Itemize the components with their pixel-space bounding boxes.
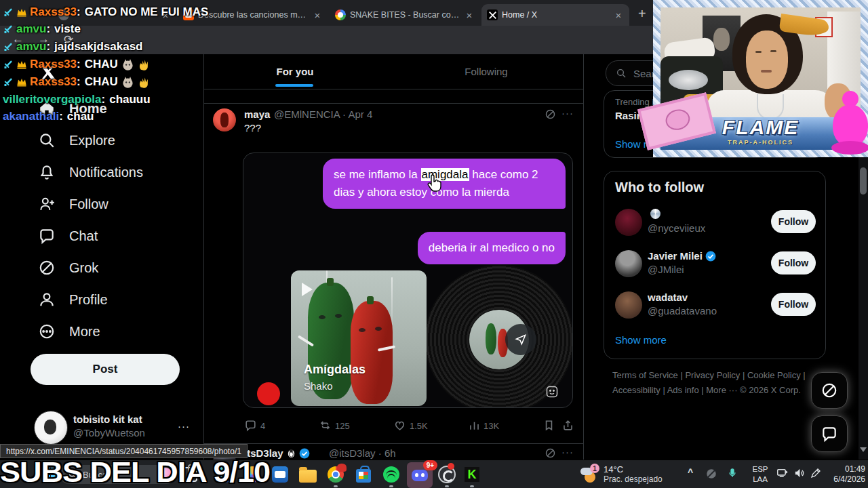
volume-icon[interactable]: [793, 467, 806, 479]
tab-close-icon[interactable]: ×: [312, 9, 323, 21]
chat-message: amvu jajdsakjdsakasd: [3, 40, 143, 54]
scrollbar-down-arrow[interactable]: [860, 447, 867, 452]
views-count: 13K: [484, 421, 499, 431]
grok-actions-icon[interactable]: [545, 447, 556, 459]
headlight: [669, 70, 708, 90]
penguin-emoji-icon: [286, 448, 296, 458]
mod-sword-icon: [3, 24, 14, 35]
cat-emote-icon: [121, 76, 134, 89]
grok-floating-button[interactable]: [811, 372, 848, 409]
taskbar-kick[interactable]: [462, 465, 481, 484]
avatar[interactable]: [213, 108, 236, 131]
suggested-user[interactable]: @nyceviieux Follow: [615, 207, 816, 238]
follow-button[interactable]: Follow: [771, 293, 816, 316]
tweet-author-meta[interactable]: @EMlNENCIA · Apr 4: [274, 108, 372, 120]
sidebar-item-notifications[interactable]: Notifications: [33, 159, 189, 186]
repost-icon[interactable]: [319, 419, 332, 432]
person-icon: [38, 291, 56, 308]
language-indicator[interactable]: ESP LAA: [749, 464, 772, 485]
sidebar-item-grok[interactable]: Grok: [33, 254, 189, 281]
tab-close-icon[interactable]: ×: [613, 9, 624, 21]
suggested-user[interactable]: wadatav @guadatavano Follow: [615, 289, 816, 321]
display-off-icon[interactable]: [705, 468, 717, 480]
suggested-user[interactable]: Javier Milei @JMilei Follow: [615, 248, 816, 279]
account-name: tobisito kit kat: [73, 413, 142, 425]
vip-crown-icon: [16, 59, 27, 70]
account-switcher[interactable]: tobisito kit kat @TobyWuetson ···: [30, 408, 187, 449]
account-menu-icon[interactable]: ···: [178, 420, 190, 432]
cast-screen-icon[interactable]: [776, 467, 789, 479]
tab-for-you[interactable]: For you: [257, 66, 333, 77]
reply-count: 4: [260, 421, 265, 431]
post-button[interactable]: Post: [31, 354, 180, 385]
pink-buddha-overlay: [833, 91, 868, 156]
footer-links-line1[interactable]: Terms of Service | Privacy Policy | Cook…: [612, 368, 816, 383]
scrollbar-thumb[interactable]: [860, 167, 867, 195]
tab-close-icon[interactable]: ×: [464, 9, 475, 21]
taskbar-chrome[interactable]: [326, 465, 345, 484]
browser-tab-google[interactable]: SNAKE BITES - Buscar con Goo ×: [330, 4, 480, 26]
sidebar-item-chat[interactable]: Chat: [33, 222, 189, 249]
avatar: [34, 411, 68, 445]
divider: [204, 443, 583, 444]
divider: [203, 54, 204, 460]
tab-following[interactable]: Following: [448, 66, 524, 77]
bell-icon: [38, 163, 56, 181]
tweet-menu-icon[interactable]: ···: [561, 107, 574, 119]
sidebar-item-profile[interactable]: Profile: [33, 286, 189, 313]
sidebar-item-more[interactable]: More: [33, 318, 189, 345]
tweet-media[interactable]: se me inflamo la amigdala hace como 2 di…: [243, 152, 573, 408]
weather-widget[interactable]: 1: [580, 465, 599, 484]
share-icon[interactable]: [561, 419, 574, 432]
taskbar-store[interactable]: [354, 465, 373, 484]
bookmark-icon[interactable]: [542, 419, 555, 432]
dm-share-button[interactable]: [505, 324, 536, 355]
chat-message: villeritovergapiola chauuu: [3, 93, 151, 106]
who-to-follow-title: Who to follow: [615, 180, 704, 195]
mod-sword-icon: [3, 77, 14, 87]
taskbar-spotify[interactable]: [382, 465, 401, 484]
kick-icon: [465, 467, 479, 482]
tab-title: Home / X: [502, 10, 609, 20]
weather-alert-badge: 1: [590, 464, 599, 473]
tab-title: Descubre las canciones más es: [198, 10, 308, 20]
tweet-author-meta[interactable]: @itsD3lay · 6h: [329, 447, 396, 459]
browser-tab-x-active[interactable]: Home / X ×: [481, 4, 629, 26]
red-dot-overlay: [257, 382, 280, 405]
weather-temperature[interactable]: 14°C: [604, 464, 623, 474]
clock[interactable]: 01:49 6/4/2026: [825, 464, 865, 485]
active-tab-underline: [275, 84, 313, 87]
chat-message: Raxss33 GATO NO ME FUI MAS: [3, 5, 208, 19]
sidebar-item-explore[interactable]: Explore: [33, 127, 189, 154]
like-icon[interactable]: [393, 419, 406, 432]
new-tab-button[interactable]: +: [638, 6, 646, 22]
grok-actions-icon[interactable]: [545, 108, 556, 120]
tweet-menu-icon[interactable]: ···: [561, 446, 574, 458]
microphone-icon[interactable]: [727, 466, 738, 480]
time: 01:49: [825, 464, 865, 474]
vip-crown-icon: [16, 77, 27, 87]
tray-expand-icon[interactable]: ^: [688, 467, 693, 478]
follow-button[interactable]: Follow: [771, 210, 816, 233]
sidebar-item-follow[interactable]: Follow: [33, 190, 189, 218]
rail-footer[interactable]: Terms of Service | Privacy Policy | Cook…: [612, 368, 816, 398]
divider: [204, 103, 583, 104]
messages-floating-button[interactable]: [811, 415, 848, 452]
taskbar-file-explorer[interactable]: [298, 465, 317, 484]
x-favicon-icon: [487, 9, 498, 20]
mod-sword-icon: [3, 59, 14, 70]
vip-crown-icon: [16, 7, 27, 18]
song-artist: Shako: [304, 380, 333, 392]
play-icon[interactable]: [302, 283, 313, 296]
footer-links-line2[interactable]: Accessibility | Ads info | More ··· © 20…: [612, 383, 816, 398]
dm-bubble: deberia ir al medico o no: [418, 232, 566, 264]
google-icon: [335, 9, 346, 20]
show-more-link[interactable]: Show more: [615, 334, 667, 346]
taskbar-outlook[interactable]: [271, 465, 290, 484]
tweet-author-name[interactable]: maya: [244, 108, 270, 120]
weather-description[interactable]: Prac. despejado: [604, 474, 663, 484]
views-icon[interactable]: [468, 419, 481, 432]
pen-icon[interactable]: [810, 467, 822, 479]
follow-button[interactable]: Follow: [771, 251, 816, 274]
reply-icon[interactable]: [244, 419, 257, 432]
